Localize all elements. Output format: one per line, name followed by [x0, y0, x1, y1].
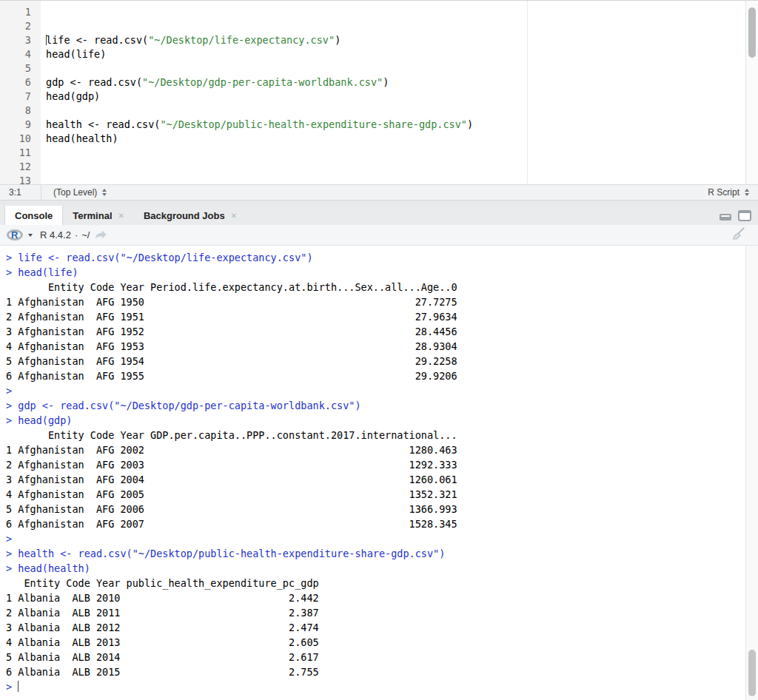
line-number: 13	[0, 174, 31, 184]
console-line: 3 Afghanistan AFG 1952 28.4456	[6, 324, 745, 339]
console-line: 2 Albania ALB 2011 2.387	[6, 605, 745, 620]
scope-label: (Top Level)	[53, 187, 97, 198]
editor-scrollbar-thumb[interactable]	[748, 7, 756, 58]
console-output[interactable]: > life <- read.csv("~/Desktop/life-expec…	[0, 246, 745, 700]
line-number: 5	[0, 61, 31, 75]
console-line: 6 Afghanistan AFG 1955 29.9206	[6, 368, 745, 383]
filetype-selector[interactable]: R Script	[708, 187, 758, 198]
console-line: > head(life)	[6, 265, 745, 280]
goto-directory-icon[interactable]	[95, 230, 107, 241]
console-line: >	[6, 679, 745, 694]
console-line: > gdp <- read.csv("~/Desktop/gdp-per-cap…	[6, 398, 745, 413]
editor-line	[46, 104, 758, 118]
editor-line	[46, 160, 758, 174]
minimize-icon[interactable]	[720, 214, 731, 221]
console-line: 2 Afghanistan AFG 1951 27.9634	[6, 309, 745, 324]
line-number: 6	[0, 75, 31, 90]
console-line: > head(health)	[6, 561, 745, 576]
r-version-info: R 4.4.2 · ~/	[40, 229, 90, 240]
console-line: 4 Afghanistan AFG 2005 1352.321	[6, 487, 745, 502]
editor-content[interactable]: 12345678910111213 life <- read.csv("~/De…	[0, 1, 758, 184]
line-number: 3	[0, 33, 31, 47]
console-scrollbar[interactable]	[745, 246, 758, 700]
filetype-label: R Script	[708, 187, 739, 198]
console-line: 1 Afghanistan AFG 2002 1280.463	[6, 442, 745, 457]
pane-window-buttons	[720, 206, 758, 225]
source-editor-pane: 12345678910111213 life <- read.csv("~/De…	[0, 1, 758, 201]
close-icon[interactable]: ✕	[118, 212, 124, 220]
editor-scrollbar[interactable]	[745, 1, 758, 184]
console-line: 4 Albania ALB 2013 2.605	[6, 635, 745, 650]
console-line: 1 Afghanistan AFG 1950 27.7275	[6, 295, 745, 309]
console-line: 5 Albania ALB 2014 2.617	[6, 650, 745, 664]
tab-terminal-label: Terminal	[73, 210, 112, 221]
cursor-position: 3:1	[0, 187, 41, 198]
console-line: 2 Afghanistan AFG 2003 1292.333	[6, 457, 745, 472]
line-number: 2	[0, 19, 31, 33]
editor-code-lines[interactable]: life <- read.csv("~/Desktop/life-expecta…	[41, 1, 758, 184]
console-line: > life <- read.csv("~/Desktop/life-expec…	[6, 250, 745, 265]
line-number: 11	[0, 146, 31, 160]
line-number: 10	[0, 132, 31, 146]
console-line: Entity Code Year public_health_expenditu…	[6, 576, 745, 590]
console-line: 6 Afghanistan AFG 2007 1528.345	[6, 516, 745, 531]
editor-line	[46, 174, 758, 184]
console-scrollbar-thumb[interactable]	[748, 650, 756, 696]
separator-dot: ·	[75, 229, 78, 240]
scope-selector[interactable]: (Top Level)	[41, 187, 107, 198]
line-number: 12	[0, 160, 31, 174]
editor-status-bar: 3:1 (Top Level) R Script	[0, 184, 758, 201]
editor-line	[46, 5, 758, 19]
console-line: 3 Afghanistan AFG 2004 1260.061	[6, 472, 745, 487]
console-line: > health <- read.csv("~/Desktop/public-h…	[6, 546, 745, 561]
tab-console-label: Console	[15, 210, 53, 221]
console-pane: Console Terminal ✕ Background Jobs ✕ R	[0, 206, 758, 700]
console-line: 5 Afghanistan AFG 2006 1366.993	[6, 502, 745, 516]
rstudio-window: 12345678910111213 life <- read.csv("~/De…	[0, 0, 758, 700]
editor-line: life <- read.csv("~/Desktop/life-expecta…	[46, 33, 758, 47]
console-line: Entity Code Year Period.life.expectancy.…	[6, 280, 745, 295]
console-line: 6 Albania ALB 2015 2.755	[6, 664, 745, 679]
editor-line: head(gdp)	[46, 90, 758, 104]
console-line: 3 Albania ALB 2012 2.474	[6, 620, 745, 635]
pane-divider[interactable]	[0, 201, 758, 206]
console-line: >	[6, 531, 745, 546]
line-number: 8	[0, 104, 31, 118]
line-number: 1	[0, 5, 31, 19]
console-line: Entity Code Year GDP.per.capita..PPP..co…	[6, 428, 745, 442]
editor-line: head(health)	[46, 132, 758, 146]
editor-line: gdp <- read.csv("~/Desktop/gdp-per-capit…	[46, 75, 758, 90]
tab-console[interactable]: Console	[4, 206, 63, 225]
margin-guide-line	[527, 1, 528, 184]
r-logo-letter: R	[11, 229, 18, 240]
close-icon[interactable]: ✕	[231, 212, 237, 220]
line-number: 4	[0, 47, 31, 61]
console-line: > head(gdp)	[6, 413, 745, 428]
tab-background-jobs[interactable]: Background Jobs ✕	[134, 206, 246, 225]
clear-console-button[interactable]	[731, 227, 745, 243]
working-directory: ~/	[81, 229, 90, 240]
line-number: 9	[0, 118, 31, 132]
console-cursor	[18, 681, 19, 692]
maximize-icon[interactable]	[738, 210, 751, 221]
r-logo-icon[interactable]: R	[7, 229, 24, 241]
console-line: 5 Afghanistan AFG 1954 29.2258	[6, 354, 745, 368]
console-tabbar: Console Terminal ✕ Background Jobs ✕	[0, 206, 758, 225]
editor-line: head(life)	[46, 47, 758, 61]
editor-gutter: 12345678910111213	[0, 1, 41, 184]
chevron-down-icon[interactable]	[28, 234, 33, 237]
updown-icon	[102, 189, 107, 196]
console-line: 1 Albania ALB 2010 2.442	[6, 590, 745, 605]
console-line: 4 Afghanistan AFG 1953 28.9304	[6, 339, 745, 354]
tab-terminal[interactable]: Terminal ✕	[63, 206, 134, 225]
updown-icon	[745, 189, 749, 196]
console-line: >	[6, 383, 745, 398]
editor-line	[46, 146, 758, 160]
editor-line: health <- read.csv("~/Desktop/public-hea…	[46, 118, 758, 132]
console-toolbar: R R 4.4.2 · ~/	[0, 225, 758, 246]
line-number: 7	[0, 90, 31, 104]
editor-line	[46, 61, 758, 75]
r-version-label: R 4.4.2	[40, 229, 71, 240]
editor-line	[46, 19, 758, 33]
tab-background-jobs-label: Background Jobs	[144, 210, 225, 221]
